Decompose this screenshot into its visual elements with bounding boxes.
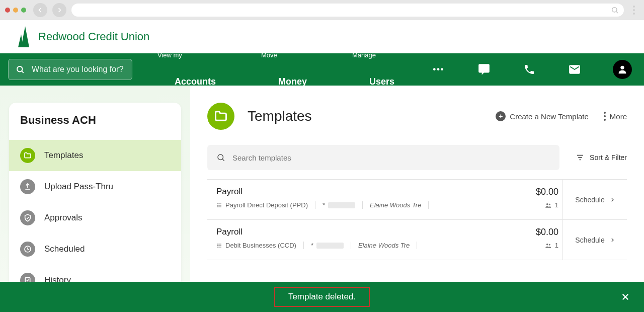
close-window-icon[interactable] xyxy=(5,8,10,13)
sidebar-item-templates[interactable]: Templates xyxy=(9,140,181,171)
template-owner: Elaine Woods Tre xyxy=(358,242,410,249)
sidebar-item-scheduled[interactable]: Scheduled xyxy=(9,233,181,265)
chevron-right-icon xyxy=(610,238,615,243)
folder-icon xyxy=(207,103,234,130)
template-type: Payroll Direct Deposit (PPD) xyxy=(225,201,308,209)
template-row: Payroll $0.00 Payroll Direct Deposit (PP… xyxy=(207,180,627,220)
logo-icon xyxy=(18,26,33,47)
brand-bar: Redwood Credit Union xyxy=(0,20,644,53)
back-button[interactable] xyxy=(33,3,47,17)
url-bar[interactable] xyxy=(71,4,624,17)
phone-icon[interactable] xyxy=(522,62,536,76)
forward-button[interactable] xyxy=(52,3,66,17)
global-search[interactable]: What are you looking for? xyxy=(8,59,132,80)
svg-point-11 xyxy=(218,154,223,160)
toast-close-button[interactable] xyxy=(621,292,630,301)
template-row-body[interactable]: Payroll $0.00 Payroll Direct Deposit (PP… xyxy=(207,180,562,219)
sort-filter-button[interactable]: Sort & Filter xyxy=(576,153,627,162)
window-controls xyxy=(5,8,28,13)
svg-line-1 xyxy=(616,12,618,13)
avatar[interactable] xyxy=(613,60,632,79)
search-icon xyxy=(216,153,225,162)
template-search[interactable]: Search templates xyxy=(207,145,559,170)
people-icon xyxy=(545,242,552,249)
sidebar-title: Business ACH xyxy=(9,103,181,140)
svg-line-12 xyxy=(222,159,224,161)
recipient-count: 1 xyxy=(545,242,558,249)
template-row: Payroll $0.00 Debit Businesses (CCD) * xyxy=(207,220,627,260)
page-title: Templates xyxy=(248,108,496,124)
svg-point-6 xyxy=(620,66,624,69)
chevron-right-icon xyxy=(610,197,615,202)
template-amount: $0.00 xyxy=(536,227,558,238)
svg-point-31 xyxy=(549,244,550,245)
recipient-count: 1 xyxy=(545,201,558,209)
nav-users[interactable]: Manage Users xyxy=(352,51,412,87)
svg-line-5 xyxy=(22,71,23,72)
search-icon xyxy=(611,6,619,14)
redacted-account xyxy=(328,202,355,208)
sidebar-item-label: Scheduled xyxy=(44,244,85,254)
minimize-window-icon[interactable] xyxy=(13,8,18,13)
sidebar: Business ACH Templates Upload Pass-Thru … xyxy=(0,86,190,312)
template-search-placeholder: Search templates xyxy=(232,153,291,162)
more-menu-icon[interactable]: ••• xyxy=(432,62,446,76)
shield-icon xyxy=(20,210,35,225)
svg-point-19 xyxy=(217,203,218,204)
people-icon xyxy=(545,202,552,209)
sidebar-panel: Business ACH Templates Upload Pass-Thru … xyxy=(9,103,181,296)
template-type: Debit Businesses (CCD) xyxy=(225,242,296,249)
primary-nav: View my Accounts Move Money Manage Users xyxy=(157,51,412,87)
list-icon xyxy=(216,202,222,208)
more-vertical-icon xyxy=(604,112,606,121)
svg-point-30 xyxy=(546,243,548,245)
create-template-button[interactable]: + Create a New Template xyxy=(496,111,588,121)
mail-icon[interactable] xyxy=(568,62,582,76)
account-prefix: * xyxy=(311,242,313,249)
browser-chrome xyxy=(0,0,644,20)
template-list: Payroll $0.00 Payroll Direct Deposit (PP… xyxy=(207,179,627,260)
list-icon xyxy=(216,243,222,249)
plus-circle-icon: + xyxy=(496,111,506,121)
chat-icon[interactable] xyxy=(477,62,491,76)
schedule-button[interactable]: Schedule xyxy=(562,180,627,219)
account-prefix: * xyxy=(323,201,325,209)
svg-point-29 xyxy=(217,247,218,247)
svg-point-28 xyxy=(217,245,218,246)
maximize-window-icon[interactable] xyxy=(21,8,26,13)
template-row-body[interactable]: Payroll $0.00 Debit Businesses (CCD) * xyxy=(207,220,562,260)
sidebar-item-label: Templates xyxy=(44,150,83,161)
sidebar-item-label: Approvals xyxy=(44,213,83,223)
browser-menu-icon[interactable] xyxy=(629,6,639,15)
toast-message: Template deleted. xyxy=(274,287,370,307)
svg-point-23 xyxy=(549,203,550,205)
schedule-button[interactable]: Schedule xyxy=(562,220,627,260)
svg-point-22 xyxy=(546,203,548,205)
svg-point-20 xyxy=(217,205,218,205)
sidebar-item-upload[interactable]: Upload Pass-Thru xyxy=(9,171,181,202)
search-icon xyxy=(16,65,25,74)
svg-point-21 xyxy=(217,206,218,207)
sidebar-item-approvals[interactable]: Approvals xyxy=(9,202,181,233)
filter-icon xyxy=(576,153,585,162)
template-owner: Elaine Woods Tre xyxy=(370,201,421,209)
svg-point-27 xyxy=(217,244,218,244)
svg-point-4 xyxy=(17,66,23,72)
template-name: Payroll xyxy=(216,187,243,197)
close-icon xyxy=(621,292,630,301)
nav-accounts[interactable]: View my Accounts xyxy=(157,51,233,87)
redacted-account xyxy=(316,243,344,249)
nav-money[interactable]: Move Money xyxy=(261,51,324,87)
upload-icon xyxy=(20,179,35,194)
more-button[interactable]: More xyxy=(604,112,627,121)
toast: Template deleted. xyxy=(0,282,644,312)
template-amount: $0.00 xyxy=(536,187,558,197)
template-name: Payroll xyxy=(216,227,243,238)
folder-icon xyxy=(20,148,35,163)
top-nav: What are you looking for? View my Accoun… xyxy=(0,53,644,86)
global-search-placeholder: What are you looking for? xyxy=(32,65,123,74)
svg-point-0 xyxy=(612,8,617,12)
page-header: Templates + Create a New Template More xyxy=(207,103,627,130)
clock-icon xyxy=(20,242,35,257)
header-icons: ••• xyxy=(432,60,632,79)
